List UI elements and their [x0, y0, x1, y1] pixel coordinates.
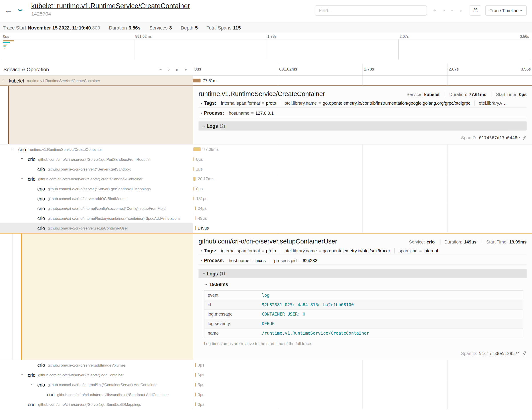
span-bar[interactable]: [193, 157, 194, 161]
span-row[interactable]: ›criogithub.com/cri-o/cri-o/server.(*Ser…: [0, 370, 532, 380]
process-accordion[interactable]: › Process: host.name=nixosprocess.pid=62…: [198, 256, 526, 265]
span-name-cell[interactable]: criogithub.com/cri-o/cri-o/server.addOCI…: [0, 194, 193, 203]
span-operation-name: github.com/cri-o/cri-o/internal/lib/sand…: [57, 392, 169, 396]
expand-chevron-icon[interactable]: ›: [20, 158, 24, 159]
expand-chevron-icon[interactable]: ›: [1, 79, 5, 81]
span-name-cell[interactable]: criogithub.com/cri-o/cri-o/internal/lib/…: [0, 390, 193, 399]
span-name-cell[interactable]: criogithub.com/cri-o/cri-o/server.setupC…: [0, 223, 193, 233]
tags-accordion[interactable]: › Tags: internal.span.format=protootel.l…: [198, 99, 526, 107]
span-row[interactable]: criogithub.com/cri-o/cri-o/internal/fact…: [0, 213, 532, 223]
trace-view-selector-button[interactable]: Trace Timeline ›: [485, 5, 527, 15]
span-timeline-cell[interactable]: 8μs: [193, 154, 532, 164]
span-timeline-cell[interactable]: 77.08ms: [193, 144, 532, 154]
trace-title-link[interactable]: kubelet: runtime.v1.RuntimeService/Creat…: [31, 2, 190, 10]
span-row[interactable]: criogithub.com/cri-o/cri-o/internal/lib/…: [0, 390, 532, 399]
span-row[interactable]: criogithub.com/cri-o/cri-o/server.(*Serv…: [0, 164, 532, 174]
span-bar[interactable]: [195, 383, 196, 387]
span-bar[interactable]: [194, 197, 194, 200]
span-service-name: crio: [37, 186, 45, 191]
span-timeline-cell[interactable]: 43μs: [193, 213, 532, 223]
span-timeline-cell[interactable]: 24μs: [193, 203, 532, 213]
span-timeline-cell[interactable]: 0μs: [193, 390, 532, 399]
span-row[interactable]: criogithub.com/cri-o/cri-o/server.addOCI…: [0, 194, 532, 203]
span-timeline-cell[interactable]: 149μs: [193, 223, 532, 233]
keyboard-shortcuts-button[interactable]: ⌘: [470, 5, 481, 15]
span-name-cell[interactable]: ›kubeletruntime.v1.RuntimeService/Create…: [0, 76, 193, 85]
logs-accordion[interactable]: › Logs (1): [198, 269, 526, 278]
logs-accordion[interactable]: › Logs (2): [198, 121, 526, 130]
span-row[interactable]: ›criogithub.com/cri-o/cri-o/server.(*Ser…: [0, 174, 532, 184]
span-name-cell[interactable]: criogithub.com/cri-o/cri-o/server.addIma…: [0, 360, 193, 370]
find-clear-icon[interactable]: ×: [457, 8, 466, 13]
span-bar[interactable]: [195, 216, 196, 220]
span-timeline-cell[interactable]: 6μs: [193, 370, 532, 380]
back-button[interactable]: ←: [5, 6, 12, 15]
span-row[interactable]: criogithub.com/cri-o/cri-o/server.addIma…: [0, 360, 532, 370]
tags-accordion[interactable]: › Tags: internal.span.format=protootel.l…: [198, 247, 526, 255]
span-bar[interactable]: [193, 148, 201, 151]
span-bar[interactable]: [195, 373, 196, 377]
span-name-cell[interactable]: ›criogithub.com/cri-o/cri-o/server.(*Ser…: [0, 154, 193, 164]
span-bar[interactable]: [193, 167, 194, 171]
expand-chevron-icon[interactable]: ›: [11, 148, 15, 150]
span-operation-name: github.com/cri-o/cri-o/internal/factory/…: [48, 216, 180, 220]
process-accordion[interactable]: › Process: host.name=127.0.0.1: [198, 109, 526, 117]
span-bar[interactable]: [193, 79, 200, 82]
span-timeline-cell[interactable]: 0μs: [193, 399, 532, 409]
link-icon[interactable]: [522, 351, 527, 356]
timeline-header: Service & Operation › › ›› ›› 0μs891.02m…: [0, 63, 532, 76]
find-target-icon[interactable]: ⌖: [430, 8, 439, 14]
timeline-minimap[interactable]: [2, 39, 531, 60]
span-row[interactable]: criogithub.com/cri-o/cri-o/internal/conf…: [0, 203, 532, 213]
span-row[interactable]: ›kubeletruntime.v1.RuntimeService/Create…: [0, 76, 532, 85]
span-timeline-cell[interactable]: 0μs: [193, 184, 532, 194]
span-bar[interactable]: [194, 187, 194, 191]
spanid-value: 51cf7f38e5128574: [479, 351, 520, 356]
span-timeline-cell[interactable]: 77.61ms: [193, 76, 532, 85]
link-icon[interactable]: [522, 135, 527, 140]
span-name-cell[interactable]: criogithub.com/cri-o/cri-o/server.(*Serv…: [0, 399, 193, 409]
span-name-cell[interactable]: ›criogithub.com/cri-o/cri-o/internal/lib…: [0, 380, 193, 390]
span-bar[interactable]: [195, 207, 196, 210]
double-chevron-down-icon[interactable]: ››: [174, 65, 180, 73]
span-row[interactable]: criogithub.com/cri-o/cri-o/server.(*Serv…: [0, 184, 532, 194]
span-bar[interactable]: [195, 393, 196, 396]
timeline-tick-label: 1.78s: [267, 34, 277, 38]
trace-collapse-chevron-icon[interactable]: ›: [14, 9, 28, 11]
span-bar[interactable]: [195, 403, 196, 406]
span-row[interactable]: ›crioruntime.v1.RuntimeService/CreateCon…: [0, 144, 532, 154]
find-prev-icon[interactable]: ›: [439, 8, 448, 13]
span-timeline-cell[interactable]: 20.17ms: [193, 174, 532, 184]
span-timeline-cell[interactable]: 3μs: [193, 380, 532, 390]
span-name-cell[interactable]: ›crioruntime.v1.RuntimeService/CreateCon…: [0, 144, 193, 154]
expand-chevron-icon[interactable]: ›: [20, 374, 24, 375]
chevron-right-icon[interactable]: ›: [165, 67, 173, 72]
double-chevron-right-icon[interactable]: ››: [181, 67, 189, 72]
span-bar[interactable]: [195, 363, 196, 367]
span-timeline-cell[interactable]: 1μs: [193, 164, 532, 174]
span-timeline-cell[interactable]: 0μs: [193, 360, 532, 370]
span-name-cell[interactable]: criogithub.com/cri-o/cri-o/server.(*Serv…: [0, 164, 193, 174]
find-next-icon[interactable]: ›: [448, 8, 457, 13]
span-row[interactable]: criogithub.com/cri-o/cri-o/server.(*Serv…: [0, 399, 532, 409]
span-name-cell[interactable]: ›criogithub.com/cri-o/cri-o/server.(*Ser…: [0, 174, 193, 184]
tag-value: proto: [266, 101, 276, 105]
log-entry-toggle[interactable]: › 19.99ms: [204, 280, 525, 289]
span-timeline-cell[interactable]: 151μs: [193, 194, 532, 203]
span-row[interactable]: ›criogithub.com/cri-o/cri-o/server.(*Ser…: [0, 154, 532, 164]
span-bar[interactable]: [195, 226, 196, 230]
span-name-cell[interactable]: criogithub.com/cri-o/cri-o/server.(*Serv…: [0, 184, 193, 194]
span-row[interactable]: ›criogithub.com/cri-o/cri-o/internal/lib…: [0, 380, 532, 390]
span-bar[interactable]: [194, 177, 196, 181]
find-input[interactable]: [315, 5, 427, 15]
span-name-cell[interactable]: ›criogithub.com/cri-o/cri-o/server.(*Ser…: [0, 370, 193, 380]
span-name-cell[interactable]: criogithub.com/cri-o/cri-o/internal/conf…: [0, 203, 193, 213]
span-service-name: crio: [28, 176, 35, 181]
expand-chevron-icon[interactable]: ›: [30, 383, 34, 385]
summary-value: November 15 2022, 11:19:40.809: [28, 25, 100, 30]
minimap-span-bar: [3, 46, 6, 47]
span-row[interactable]: criogithub.com/cri-o/cri-o/server.setupC…: [0, 223, 532, 233]
expand-chevron-icon[interactable]: ›: [20, 178, 24, 179]
span-name-cell[interactable]: criogithub.com/cri-o/cri-o/internal/fact…: [0, 213, 193, 223]
chevron-down-icon[interactable]: ›: [158, 65, 163, 73]
